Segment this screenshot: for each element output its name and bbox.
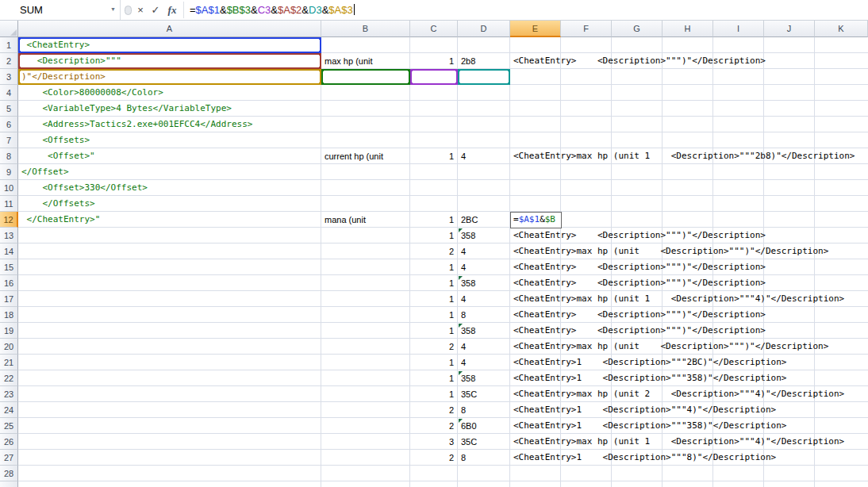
column-header-D[interactable]: D: [458, 21, 510, 37]
name-box[interactable]: SUM ▼: [0, 0, 121, 20]
cell-C23[interactable]: 1: [410, 389, 454, 399]
cell-D21[interactable]: 4: [461, 358, 466, 367]
cell-E23[interactable]: <CheatEntry>max hp (unit 2 <Description>…: [513, 389, 844, 399]
cell-D15[interactable]: 4: [461, 263, 466, 272]
cell-A11[interactable]: </Offsets>: [21, 199, 95, 209]
row-header-28[interactable]: 28: [0, 466, 18, 481]
cell-B12[interactable]: mana (unit: [325, 215, 366, 224]
row-header-27[interactable]: 27: [0, 450, 18, 466]
reference-handle[interactable]: [508, 82, 510, 85]
cell-C12[interactable]: 1: [410, 215, 454, 224]
cell-D8[interactable]: 4: [461, 151, 466, 161]
reference-handle[interactable]: [410, 69, 413, 71]
cell-A6[interactable]: <Address>Tactics2.exe+001EFCC4</Address>: [21, 120, 252, 129]
cell-C16[interactable]: 1: [410, 278, 454, 288]
cell-A5[interactable]: <VariableType>4 Bytes</VariableType>: [21, 104, 232, 113]
column-header-B[interactable]: B: [321, 21, 410, 37]
column-header-F[interactable]: F: [561, 21, 612, 37]
column-header-H[interactable]: H: [663, 21, 713, 37]
reference-handle[interactable]: [321, 69, 324, 71]
reference-handle[interactable]: [458, 69, 460, 71]
cell-C17[interactable]: 1: [410, 294, 454, 304]
cell-D19[interactable]: 358: [461, 326, 475, 336]
row-header-15[interactable]: 15: [0, 259, 18, 275]
cell-B8[interactable]: current hp (unit: [325, 151, 383, 161]
row-header-8[interactable]: 8: [0, 148, 18, 164]
cell-D23[interactable]: 35C: [461, 389, 477, 399]
cell-C19[interactable]: 1: [410, 326, 454, 336]
row-header-22[interactable]: 22: [0, 370, 18, 386]
cell-D12[interactable]: 2BC: [461, 215, 478, 224]
cell-E27[interactable]: <CheatEntry>1 <Description>"""8)"</Descr…: [513, 453, 776, 462]
cell-D17[interactable]: 4: [461, 294, 466, 304]
row-header-21[interactable]: 21: [0, 355, 18, 370]
cell-E18[interactable]: <CheatEntry> <Description>""")"</Descrip…: [513, 310, 766, 320]
cell-A4[interactable]: <Color>80000008</Color>: [21, 88, 163, 98]
column-header-E[interactable]: E: [510, 21, 561, 37]
cell-E2[interactable]: <CheatEntry> <Description>""")"</Descrip…: [513, 56, 766, 66]
cell-D13[interactable]: 358: [461, 231, 475, 240]
row-header-1[interactable]: 1: [0, 37, 18, 53]
cell-A10[interactable]: <Offset>330</Offset>: [21, 183, 148, 193]
cell-E17[interactable]: <CheatEntry>max hp (unit 1 <Description>…: [513, 294, 844, 304]
cell-C27[interactable]: 2: [410, 453, 454, 462]
row-header-12[interactable]: 12: [0, 212, 18, 228]
cell-C8[interactable]: 1: [410, 151, 454, 161]
cell-C22[interactable]: 1: [410, 374, 454, 383]
cell-C25[interactable]: 2: [410, 421, 454, 431]
cell-E15[interactable]: <CheatEntry> <Description>""")"</Descrip…: [513, 263, 766, 272]
cell-A12[interactable]: </CheatEntry>": [21, 215, 100, 224]
cell-E13[interactable]: <CheatEntry> <Description>""")"</Descrip…: [513, 231, 766, 240]
cell-A9[interactable]: </Offset>: [21, 167, 69, 177]
cell-A8[interactable]: <Offset>": [21, 151, 95, 161]
cell-C18[interactable]: 1: [410, 310, 454, 320]
reference-handle[interactable]: [18, 37, 21, 40]
reference-handle[interactable]: [508, 69, 510, 71]
row-header-25[interactable]: 25: [0, 418, 18, 434]
row-header-5[interactable]: 5: [0, 101, 18, 117]
cell-D14[interactable]: 4: [461, 247, 466, 256]
row-header-17[interactable]: 17: [0, 291, 18, 307]
row-header-10[interactable]: 10: [0, 180, 18, 196]
cell-E19[interactable]: <CheatEntry> <Description>""")"</Descrip…: [513, 326, 766, 336]
cell-D18[interactable]: 8: [461, 310, 466, 320]
row-header-26[interactable]: 26: [0, 434, 18, 450]
reference-handle[interactable]: [321, 82, 324, 85]
row-header-11[interactable]: 11: [0, 196, 18, 212]
cell-D26[interactable]: 35C: [461, 437, 477, 447]
cell-C20[interactable]: 2: [410, 342, 454, 351]
cell-E20[interactable]: <CheatEntry>max hp (unit <Description>""…: [513, 342, 828, 351]
column-header-J[interactable]: J: [764, 21, 815, 37]
cell-D27[interactable]: 8: [461, 453, 466, 462]
row-header-4[interactable]: 4: [0, 85, 18, 101]
cell-E22[interactable]: <CheatEntry>1 <Description>"""358)"</Des…: [513, 374, 786, 383]
reference-handle[interactable]: [319, 37, 321, 40]
enter-icon[interactable]: ✓: [148, 0, 163, 20]
cell-B2[interactable]: max hp (unit: [325, 56, 373, 66]
cell-D20[interactable]: 4: [461, 342, 466, 351]
reference-handle[interactable]: [319, 53, 321, 56]
row-header-3[interactable]: 3: [0, 69, 18, 85]
row-header-19[interactable]: 19: [0, 323, 18, 339]
insert-function-icon[interactable]: fx: [163, 0, 182, 20]
formula-input[interactable]: =$A$1&$B$3&C3&$A$2&D3&$A$3: [184, 0, 868, 20]
column-header-G[interactable]: G: [612, 21, 663, 37]
column-header-K[interactable]: K: [815, 21, 868, 37]
cell-E26[interactable]: <CheatEntry>max hp (unit 1 <Description>…: [513, 437, 844, 447]
name-box-dropdown-icon[interactable]: ▼: [110, 6, 116, 12]
row-header-14[interactable]: 14: [0, 244, 18, 259]
reference-handle[interactable]: [18, 69, 21, 71]
cell-D24[interactable]: 8: [461, 405, 466, 415]
column-header-I[interactable]: I: [713, 21, 764, 37]
formula-bar-splitter[interactable]: [125, 6, 132, 15]
row-header-9[interactable]: 9: [0, 164, 18, 180]
column-header-A[interactable]: A: [18, 21, 321, 37]
cell-E25[interactable]: <CheatEntry>1 <Description>"""358)"</Des…: [513, 421, 786, 431]
row-header-2[interactable]: 2: [0, 53, 18, 69]
reference-handle[interactable]: [18, 53, 21, 56]
cell-D2[interactable]: 2b8: [461, 56, 475, 66]
row-header-partial[interactable]: [0, 481, 18, 487]
cell-D22[interactable]: 358: [461, 374, 475, 383]
row-header-13[interactable]: 13: [0, 228, 18, 244]
select-all-corner[interactable]: [0, 21, 18, 37]
